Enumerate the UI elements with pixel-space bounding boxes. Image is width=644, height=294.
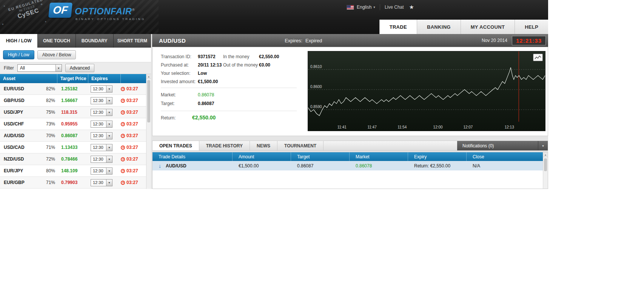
live-chat-link[interactable]: Live Chat	[385, 5, 404, 10]
expiry-dropdown[interactable]: 12:30 ▼	[91, 85, 112, 93]
bottom-tab[interactable]: TRADE HISTORY	[199, 141, 250, 150]
dropdown-arrow-icon[interactable]: ▼	[106, 144, 112, 151]
asset-payout: 82%	[34, 86, 55, 91]
open-trades-rows: ↓ AUD/USD €1,500.00 0.86087 0.86078 Retu…	[153, 161, 548, 171]
nav-tab-label: TRADE	[390, 24, 407, 30]
divider	[161, 88, 297, 88]
option-type-tab[interactable]: BOUNDARY	[76, 34, 114, 48]
decor-star-icon: ✦	[45, 20, 47, 23]
trades-header-cell: Close	[467, 152, 543, 161]
expiry-dropdown[interactable]: 12:30 ▼	[91, 109, 112, 116]
expiry-dropdown[interactable]: 12:30 ▼	[91, 132, 112, 139]
dropdown-arrow-icon[interactable]: ▼	[106, 97, 112, 104]
countdown: 03:27	[121, 180, 138, 185]
open-trades-header: Trade DetailsAmountTargetMarketExpiryClo…	[153, 152, 543, 161]
clock-icon	[121, 169, 125, 173]
asset-name: EUR/USD	[0, 86, 34, 91]
trades-header-cell: Trade Details	[153, 152, 233, 161]
scroll-up-icon[interactable]: ▲	[543, 152, 548, 157]
trades-header-cell: Market	[350, 152, 408, 161]
asset-row[interactable]: EUR/USD 82% 1.25182 12:30 ▼ 03:27	[0, 83, 146, 95]
countdown: 03:27	[121, 110, 138, 115]
option-type-tab[interactable]: ONE TOUCH	[38, 34, 75, 48]
option-type-tab[interactable]: HIGH / LOW	[0, 34, 38, 48]
language-selector[interactable]: English	[357, 5, 371, 10]
bottom-tab[interactable]: OPEN TRADES	[153, 141, 199, 150]
countdown: 03:27	[121, 156, 138, 162]
svg-text:0.8600: 0.8600	[310, 85, 322, 89]
expiry-dropdown[interactable]: 12:30 ▼	[91, 144, 112, 151]
notifications-toggle[interactable]: Notifications (0) ▾	[457, 141, 548, 150]
countdown-text: 03:27	[126, 121, 138, 127]
sidebar-scrollbar[interactable]: ▲	[146, 74, 151, 189]
countdown-text: 03:27	[126, 110, 138, 115]
advanced-button[interactable]: Advanced	[65, 64, 94, 72]
nav-tab[interactable]: BANKING	[417, 20, 461, 34]
dropdown-arrow-icon[interactable]: ▼	[106, 86, 112, 92]
scrollbar-thumb[interactable]	[544, 158, 547, 171]
price-chart: 0.86100.86000.859011:4111:4711:5412:0012…	[308, 51, 545, 131]
asset-row[interactable]: AUD/USD 70% 0.86087 12:30 ▼ 03:27	[0, 130, 146, 142]
option-subtab[interactable]: Above / Below	[37, 50, 76, 59]
open-trade-row[interactable]: ↓ AUD/USD €1,500.00 0.86087 0.86078 Retu…	[153, 161, 543, 171]
trades-scrollbar[interactable]: ▲	[543, 152, 548, 189]
asset-row[interactable]: GBP/USD 82% 1.56667 12:30 ▼ 03:27	[0, 95, 146, 107]
asset-target-price: 0.79903	[55, 180, 88, 185]
trade-title-bar: AUD/USD Expires: Expired Nov 20 2014 12:…	[152, 34, 548, 47]
filter-select[interactable]: All ▼	[17, 64, 62, 72]
option-type-tab[interactable]: SHORT TERM	[114, 34, 151, 48]
scroll-up-icon[interactable]: ▲	[146, 74, 151, 79]
asset-row[interactable]: EUR/JPY 80% 148.109 12:30 ▼ 03:27	[0, 165, 146, 177]
dropdown-arrow-icon[interactable]: ▼	[55, 65, 62, 71]
nav-tab-label: HELP	[525, 24, 538, 30]
expiry-value: 12:30	[91, 157, 106, 161]
asset-row[interactable]: USD/JPY 75% 118.315 12:30 ▼ 03:27	[0, 107, 146, 118]
asset-target-price: 118.315	[55, 110, 88, 115]
expiry-dropdown[interactable]: 12:30 ▼	[91, 156, 112, 163]
countdown: 03:27	[121, 121, 138, 127]
expiry-dropdown[interactable]: 12:30 ▼	[91, 179, 112, 186]
option-subtab[interactable]: High / Low	[3, 50, 34, 59]
nav-tab[interactable]: TRADE	[379, 20, 417, 34]
bottom-tabs: OPEN TRADESTRADE HISTORYNEWSTOURNAMENT	[153, 141, 324, 150]
asset-row[interactable]: USD/CHF 73% 0.95955 12:30 ▼ 03:27	[0, 118, 146, 130]
dropdown-arrow-icon[interactable]: ▼	[106, 133, 112, 139]
asset-target-price: 1.56667	[55, 98, 88, 103]
bottom-tab[interactable]: NEWS	[250, 141, 277, 150]
nav-tab[interactable]: MY ACCOUNT	[461, 20, 515, 34]
transaction-id-label: Transaction ID:	[161, 54, 191, 59]
bottom-tab-label: OPEN TRADES	[159, 143, 192, 149]
favorite-star-icon[interactable]: ★	[409, 4, 414, 11]
chevron-down-icon[interactable]: ▾	[373, 5, 375, 9]
scrollbar-thumb[interactable]	[147, 80, 150, 122]
market-value: 0.86078	[198, 92, 214, 97]
top-header: ✦ ✦ ✦ ✦ EU REGULATED № 216/13 CySEC OF O…	[0, 0, 548, 34]
svg-text:12:13: 12:13	[505, 125, 514, 129]
expiry-dropdown[interactable]: 12:30 ▼	[91, 167, 112, 175]
clock-icon	[121, 122, 125, 126]
expiry-value: 12:30	[91, 122, 106, 126]
dropdown-arrow-icon[interactable]: ▼	[106, 156, 112, 162]
bottom-tab[interactable]: TOURNAMENT	[277, 141, 324, 150]
asset-row[interactable]: NZD/USD 72% 0.78466 12:30 ▼ 03:27	[0, 153, 146, 165]
expires-value: Expired	[305, 38, 322, 43]
dropdown-arrow-icon[interactable]: ▼	[106, 109, 112, 116]
invested-label: Invested amount:	[161, 79, 196, 84]
expiry-value: 12:30	[91, 98, 106, 103]
dropdown-arrow-icon[interactable]: ▼	[106, 179, 112, 186]
trades-header-cell: Expiry	[408, 152, 467, 161]
option-type-tab-label: HIGH / LOW	[6, 38, 32, 43]
clock-icon	[121, 145, 125, 150]
dropdown-arrow-icon[interactable]: ▼	[106, 168, 112, 174]
asset-row[interactable]: EUR/GBP 71% 0.79903 12:30 ▼ 03:27	[0, 177, 146, 189]
decor-star-icon: ✦	[3, 5, 6, 8]
chevron-down-icon[interactable]: ▾	[538, 141, 548, 150]
expiry-dropdown[interactable]: 12:30 ▼	[91, 121, 112, 128]
asset-row[interactable]: USD/CAD 71% 1.13433 12:30 ▼ 03:27	[0, 142, 146, 153]
expiry-dropdown[interactable]: 12:30 ▼	[91, 97, 112, 104]
chart-type-icon[interactable]	[533, 54, 543, 61]
dropdown-arrow-icon[interactable]: ▼	[106, 121, 112, 127]
nav-tab[interactable]: HELP	[515, 20, 548, 34]
asset-table: EUR/USD 82% 1.25182 12:30 ▼ 03:27 GBP/US…	[0, 83, 146, 189]
asset-header-cell: Asset	[0, 74, 57, 83]
